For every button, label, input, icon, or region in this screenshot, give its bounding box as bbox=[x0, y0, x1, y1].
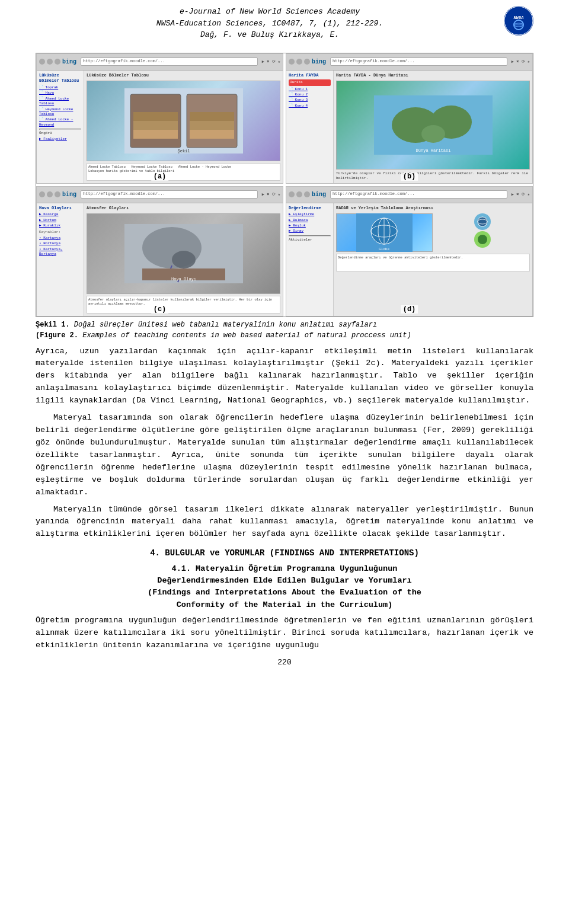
figure-b: bing http://eftgografik.moodle.com/... ▶… bbox=[286, 53, 533, 184]
figure-d-icon2 bbox=[474, 231, 491, 248]
browser-bar-b: bing http://eftgografik.moodle.com/... ▶… bbox=[286, 54, 532, 71]
browser-btn-b2 bbox=[296, 59, 302, 65]
page-number: 220 bbox=[36, 658, 533, 667]
browser-btn-c2 bbox=[47, 191, 53, 197]
header-line2: NWSA-Education Sciences, 1C0487, 7, (1),… bbox=[36, 18, 504, 30]
fig-caption-text: Doğal süreçler ünitesi web tabanlı mater… bbox=[70, 321, 377, 329]
svg-rect-13 bbox=[190, 112, 234, 121]
browser-url-b: http://eftgografik.moodle.com/... bbox=[330, 57, 507, 66]
browser-btn-d2 bbox=[296, 191, 302, 197]
browser-bar-c: bing http://eftgografik.moodle.com/... ▶… bbox=[37, 187, 283, 203]
browser-btn-b1 bbox=[289, 59, 295, 65]
main-text-body: Ayrıca, uzun yazılardan kaçınmak için aç… bbox=[36, 346, 533, 541]
sim-link-5: 📄 Ahmed Locke - Heymond bbox=[39, 117, 81, 127]
sim-link-c6: • Kartanya, Bortanya bbox=[39, 247, 81, 257]
fig-caption-figure2: (Figure 2. Examples of teaching contents… bbox=[36, 331, 533, 340]
browser-btn-c1 bbox=[39, 191, 45, 197]
bing-label-b: bing bbox=[312, 59, 326, 65]
page-header: e-Journal of New World Sciences Academy … bbox=[36, 0, 533, 44]
figure-c-text: Atmosfer olayları açılır-kapanır listele… bbox=[87, 296, 280, 314]
figure-b-main: Harita FAYDA - Dünya Haritası Dünya Hari… bbox=[334, 71, 532, 183]
svg-rect-10 bbox=[133, 112, 178, 121]
figure-c: bing http://eftgografik.moodle.com/... ▶… bbox=[36, 186, 283, 316]
sim-link-c1: ▶ Kasırga bbox=[39, 212, 81, 217]
figure-c-sidebar: Hava Olayları ▶ Kasırga ▶ Hortum ▶ Kurak… bbox=[37, 203, 84, 316]
header-text: e-Journal of New World Sciences Academy … bbox=[36, 6, 504, 41]
section-41-line3: (Findings and Interpretations About the … bbox=[36, 587, 533, 599]
sim-link-b4: 📄 Konu 4 bbox=[289, 104, 331, 108]
figure-b-text: Türkiye'de olaylar ve fiziki coğrafya bi… bbox=[336, 171, 530, 181]
fig-caption-bold: Şekil 1. bbox=[36, 321, 70, 329]
sim-link-b3: 📄 Konu 3 bbox=[289, 98, 331, 103]
browser-url-c: http://eftgografik.moodle.com/... bbox=[81, 190, 258, 199]
browser-btn-3 bbox=[55, 59, 60, 65]
figure-a-sidebar: Lüküsüze Bölmeler Tablosu 📄 Toprak 📄 Hav… bbox=[37, 71, 84, 183]
bing-label-d: bing bbox=[312, 191, 326, 198]
browser-url-d: http://eftgografik.moodle.com/... bbox=[330, 190, 507, 199]
browser-btn-d1 bbox=[289, 191, 295, 197]
figure-b-content: Harita FAYDA Harita 📄 Konu 1 📄 Konu 2 📄 … bbox=[286, 71, 532, 183]
figure-b-label: (b) bbox=[401, 172, 418, 181]
sim-link-6: ▶ Faaliyetler bbox=[39, 137, 81, 142]
header-line3: Dağ, F. ve Buluş Kırıkkaya, E. bbox=[36, 29, 504, 41]
figures-grid: bing http://eftgografik.moodle.com/... ▶… bbox=[36, 53, 533, 317]
browser-bar-a: bing http://eftgografik.moodle.com/... ▶… bbox=[37, 54, 283, 71]
browser-controls-d: ▶ ✖ ⟳ ★ bbox=[512, 192, 530, 197]
sim-link-d2: ▶ Bulmaca bbox=[289, 218, 331, 223]
last-paragraph-block: Öğretim programına uygunluğun değerlendi… bbox=[36, 615, 533, 652]
sim-link-c5: • Bortanya bbox=[39, 241, 81, 246]
bing-label-a: bing bbox=[62, 59, 76, 65]
sim-link-1: 📄 Toprak bbox=[39, 85, 81, 90]
section-41-line1: 4.1. Materyalin Öğretim Programına Uygun… bbox=[36, 563, 533, 575]
figure-c-main: Atmosfer Olayları Hava Olayı bbox=[84, 203, 283, 316]
svg-text:NWSA: NWSA bbox=[514, 15, 524, 20]
figure-a-text: Ahmed Locke Tablosu Heymond Locke Tablos… bbox=[87, 163, 280, 181]
browser-bar-d: bing http://eftgografik.moodle.com/... ▶… bbox=[286, 187, 532, 203]
fig2-caption-text: Examples of teaching contents in web bas… bbox=[78, 331, 411, 340]
figure-d-image1: Globe bbox=[336, 213, 433, 252]
figure-a-image: Şekil bbox=[87, 81, 280, 161]
figure-d-label: (d) bbox=[401, 305, 418, 314]
figure-a-main: Lüküsüze Bölmeler Tablosu bbox=[84, 71, 283, 183]
sim-link-b1: 📄 Konu 1 bbox=[289, 87, 331, 92]
fig-caption-sekil1: Şekil 1. Doğal süreçler ünitesi web taba… bbox=[36, 321, 533, 329]
figure-d-content: Değerlendirme ▶ Eşleştirme ▶ Bulmaca ▶ B… bbox=[286, 203, 532, 316]
sim-link-b2: 📄 Konu 2 bbox=[289, 92, 331, 97]
browser-controls-a: ▶ ✖ ⟳ ★ bbox=[262, 59, 280, 64]
figure-a-label: (a) bbox=[151, 172, 169, 181]
figure-d-sidebar: Değerlendirme ▶ Eşleştirme ▶ Bulmaca ▶ B… bbox=[286, 203, 334, 316]
bing-label-c: bing bbox=[62, 191, 76, 198]
figure-d-text: Değerlendirme araçları ve öğrenme aktivi… bbox=[336, 254, 530, 271]
sim-link-d3: ▶ Boşluk bbox=[289, 223, 331, 228]
figure-d: bing http://eftgografik.moodle.com/... ▶… bbox=[286, 186, 533, 316]
figure-d-main: RADAR ve Yerleşim Tablolama Araştırması … bbox=[334, 203, 532, 316]
paragraph-2: Materyal tasarımında son olarak öğrencil… bbox=[36, 412, 533, 498]
fig2-caption-bold: (Figure 2. bbox=[36, 331, 78, 340]
header-line1: e-Journal of New World Sciences Academy bbox=[36, 6, 504, 18]
svg-point-22 bbox=[172, 251, 196, 268]
svg-point-33 bbox=[478, 217, 487, 226]
svg-text:Dünya Haritası: Dünya Haritası bbox=[415, 148, 450, 153]
browser-btn-c3 bbox=[55, 191, 60, 197]
nwsa-logo: NWSA bbox=[504, 6, 533, 36]
last-paragraph: Öğretim programına uygunluğun değerlendi… bbox=[36, 615, 533, 652]
svg-rect-12 bbox=[190, 121, 234, 130]
sim-link-c4: • Kartanya bbox=[39, 236, 81, 241]
sim-link-4: 📄 Heymond Locke Tablosu bbox=[39, 107, 81, 117]
figure-a-content: Lüküsüze Bölmeler Tablosu 📄 Toprak 📄 Hav… bbox=[37, 71, 283, 183]
figure-a: bing http://eftgografik.moodle.com/... ▶… bbox=[36, 53, 283, 184]
figure-c-content: Hava Olayları ▶ Kasırga ▶ Hortum ▶ Kurak… bbox=[37, 203, 283, 316]
browser-btn-d3 bbox=[304, 191, 310, 197]
svg-text:Globe: Globe bbox=[379, 247, 389, 251]
figure-c-image: Hava Olayı bbox=[87, 213, 280, 294]
svg-rect-9 bbox=[133, 121, 178, 130]
sim-link-c3: ▶ Kuraklık bbox=[39, 223, 81, 228]
figure-b-sidebar: Harita FAYDA Harita 📄 Konu 1 📄 Konu 2 📄 … bbox=[286, 71, 334, 183]
figure-d-icon1 bbox=[474, 213, 491, 230]
paragraph-1: Ayrıca, uzun yazılardan kaçınmak için aç… bbox=[36, 346, 533, 408]
svg-text:Şekil: Şekil bbox=[177, 149, 190, 154]
sim-link-3: 📄 Ahmed Locke Tablosu bbox=[39, 97, 81, 107]
svg-rect-11 bbox=[190, 130, 234, 139]
paragraph-3: Materyalin tümünde görsel tasarım ilkele… bbox=[36, 504, 533, 541]
browser-btn-1 bbox=[39, 59, 45, 65]
